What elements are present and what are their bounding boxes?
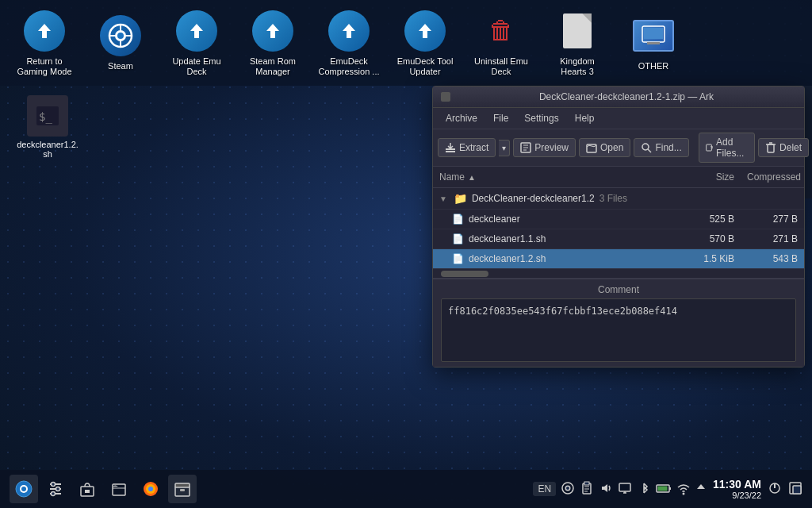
file-name-1: deckcleaner [469, 214, 520, 225]
svg-text:$_: $_ [39, 110, 52, 124]
update-emudeck-label: Update EmuDeck [172, 56, 220, 77]
horizontal-scrollbar[interactable] [433, 269, 804, 279]
taskbar-store[interactable] [73, 475, 102, 503]
svg-line-25 [648, 149, 651, 152]
file-icon-1: 📄 [452, 214, 464, 225]
taskbar-firefox[interactable] [136, 475, 165, 503]
file-icon-3: 📄 [452, 253, 464, 264]
top-taskbar: Return to Gaming Mode Steam [0, 0, 812, 86]
extract-btn[interactable]: Extract [438, 138, 496, 157]
file-compressed-3: 543 B [741, 252, 804, 266]
file-size-1: 525 B [685, 212, 741, 226]
add-files-btn[interactable]: Add Files... [699, 133, 755, 163]
comment-section: Comment ff816c2f0835ee543f67fcbbf13ece2b… [433, 279, 804, 367]
kingdom-hearts-label: KingdomHearts 3 [560, 56, 594, 77]
tray-volume-icon[interactable] [599, 481, 613, 498]
file-row-deckcleaner11[interactable]: 📄 deckcleaner1.1.sh 570 B 271 B [433, 229, 804, 249]
find-btn[interactable]: Find... [634, 138, 688, 157]
col-compressed-header[interactable]: Compressed [741, 170, 804, 184]
ark-title: DeckCleaner-deckcleaner1.2-1.zip — Ark [457, 91, 796, 102]
taskbar-gaming-mode[interactable] [10, 475, 38, 503]
comment-label: Comment [441, 284, 796, 295]
find-label: Find... [655, 142, 681, 153]
preview-btn[interactable]: Preview [513, 138, 576, 157]
tray-display-icon[interactable] [618, 481, 632, 498]
tray-power-icon[interactable] [768, 481, 782, 498]
extract-arrow[interactable]: ▾ [499, 140, 510, 156]
steam-label: Steam [108, 61, 133, 71]
ark-window: DeckCleaner-deckcleaner1.2-1.zip — Ark A… [432, 86, 805, 368]
ark-menubar: Archive File Settings Help [433, 108, 804, 129]
other-icon[interactable]: OTHER [622, 13, 685, 71]
svg-point-63 [683, 492, 685, 495]
steam-rom-manager-label: Steam RomManager [250, 56, 296, 77]
taskbar-right: EN [533, 478, 802, 500]
folder-count: 3 Files [599, 193, 627, 204]
other-label: OTHER [638, 61, 669, 71]
desktop-deckcleaner-icon[interactable]: $_ deckcleaner1.2.sh [16, 95, 79, 159]
emudeck-tool-updater-label: EmuDeck ToolUpdater [397, 56, 454, 77]
svg-rect-57 [619, 483, 630, 491]
svg-point-51 [566, 487, 569, 490]
svg-point-38 [56, 487, 60, 491]
taskbar-archive[interactable] [168, 475, 197, 503]
file-name-2: deckcleaner1.1.sh [469, 233, 546, 244]
emudeck-tool-updater-icon[interactable]: EmuDeck ToolUpdater [393, 9, 457, 77]
tray-clipboard-icon[interactable] [580, 481, 594, 498]
language-indicator[interactable]: EN [533, 482, 556, 496]
open-label: Open [600, 142, 623, 153]
file-size-3: 1.5 KiB [685, 252, 741, 266]
svg-rect-62 [658, 486, 668, 491]
file-compressed-2: 271 B [741, 232, 804, 246]
svg-rect-48 [180, 489, 185, 491]
tray-steam-icon[interactable] [561, 481, 575, 498]
menu-settings[interactable]: Settings [516, 110, 566, 127]
emudeck-compression-label: EmuDeckCompression ... [318, 56, 379, 77]
file-compressed-1: 277 B [741, 212, 804, 226]
system-tray: EN [533, 481, 707, 498]
add-files-label: Add Files... [716, 137, 748, 159]
tray-bluetooth-icon[interactable] [637, 481, 651, 498]
ark-titlebar: DeckCleaner-deckcleaner1.2-1.zip — Ark [433, 87, 804, 108]
steam-rom-manager-icon[interactable]: Steam RomManager [241, 9, 304, 77]
window-minimize-btn[interactable] [441, 92, 450, 102]
open-btn[interactable]: Open [579, 138, 630, 157]
col-size-header[interactable]: Size [685, 170, 741, 184]
return-gaming-icon[interactable]: Return to Gaming Mode [13, 9, 76, 77]
delete-btn[interactable]: Delet [758, 138, 809, 157]
system-clock[interactable]: 11:30 AM 9/23/22 [713, 478, 761, 500]
emudeck-compression-icon[interactable]: EmuDeckCompression ... [317, 9, 381, 77]
comment-box[interactable]: ff816c2f0835ee543f67fcbbf13ece2b088ef414 [441, 298, 796, 362]
taskbar-left [10, 475, 197, 503]
tray-expand-icon[interactable] [695, 481, 707, 498]
return-gaming-label: Return to Gaming Mode [13, 56, 76, 77]
scrollbar-thumb[interactable] [441, 271, 488, 277]
taskbar-settings[interactable] [41, 475, 70, 503]
file-row-deckcleaner[interactable]: 📄 deckcleaner 525 B 277 B [433, 210, 804, 229]
desktop-deckcleaner-label: deckcleaner1.2.sh [17, 140, 79, 159]
tray-battery-icon[interactable] [656, 481, 672, 498]
menu-archive[interactable]: Archive [438, 110, 485, 127]
folder-icon: 📁 [454, 192, 467, 205]
uninstall-emudeck-icon[interactable]: 🗑 Uninstall EmuDeck [469, 9, 533, 77]
tray-window-icon[interactable] [788, 481, 802, 498]
col-name-header[interactable]: Name ▲ [433, 170, 685, 184]
menu-help[interactable]: Help [567, 110, 603, 127]
kingdom-hearts-icon[interactable]: KingdomHearts 3 [546, 9, 609, 77]
steam-icon-desktop[interactable]: Steam [89, 13, 152, 71]
svg-point-39 [52, 492, 56, 496]
svg-rect-41 [85, 490, 90, 493]
window-controls [441, 92, 450, 102]
taskbar-files[interactable] [105, 475, 133, 503]
file-row-deckcleaner12[interactable]: 📄 deckcleaner1.2.sh 1.5 KiB 543 B [433, 249, 804, 269]
tray-wifi-icon[interactable] [676, 481, 691, 498]
menu-file[interactable]: File [485, 110, 516, 127]
update-emudeck-icon[interactable]: Update EmuDeck [165, 9, 228, 77]
file-list: ▼ 📁 DeckCleaner-deckcleaner1.2 3 Files 📄… [433, 188, 804, 269]
svg-point-24 [642, 144, 649, 150]
svg-rect-8 [644, 28, 663, 39]
uninstall-emudeck-label: Uninstall EmuDeck [474, 56, 528, 77]
svg-point-45 [148, 487, 153, 491]
file-size-2: 570 B [685, 232, 741, 246]
folder-row[interactable]: ▼ 📁 DeckCleaner-deckcleaner1.2 3 Files [433, 188, 804, 210]
